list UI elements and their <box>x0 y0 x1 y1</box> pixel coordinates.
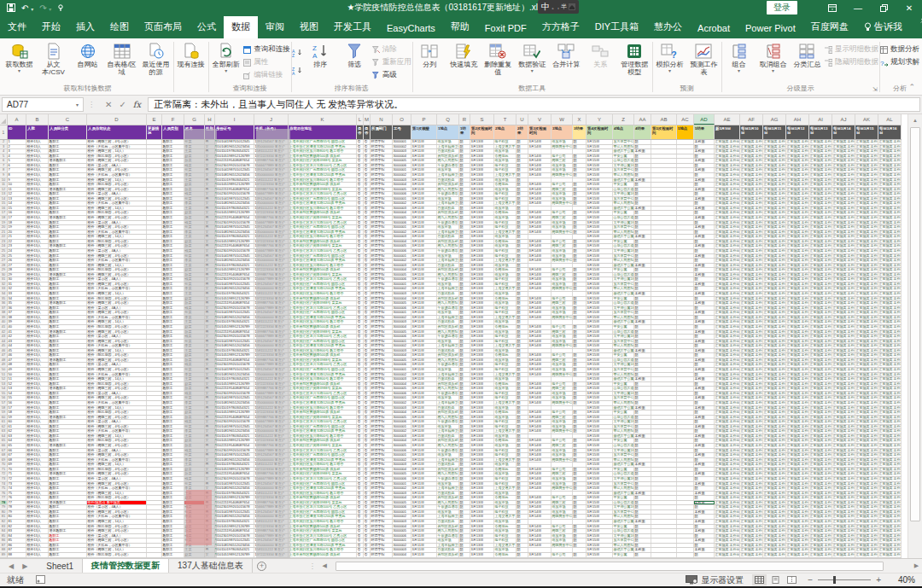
cell-U28[interactable]: 阴 <box>516 264 528 268</box>
cell-AE5[interactable]: 正常隔离 未外出 无异常 <box>715 154 740 159</box>
cell-AJ15[interactable]: 正常隔离 未外出 无异常 <box>832 201 855 206</box>
cell-AL71[interactable]: 正常隔离 未外出 无异常 <box>878 468 902 472</box>
cell-I40[interactable]: 310110197803054321 <box>215 320 254 324</box>
cell-D43[interactable]: 校外（某小区，4A人） <box>87 335 147 339</box>
cell-AJ67[interactable]: 正常隔离 未外出 无异常 <box>832 449 855 453</box>
cell-AD5[interactable]: 阴 <box>694 154 715 159</box>
cell-Y68[interactable]: 3月15日 <box>586 453 613 457</box>
cell-Y81[interactable]: 3月15日 <box>586 515 613 519</box>
dialog-launcher-icon[interactable]: ⇲ <box>872 86 878 93</box>
ribbon-tab-5[interactable]: 公式 <box>190 16 224 38</box>
cell-O7[interactable]: 3000006 <box>393 164 411 168</box>
cell-F68[interactable]: 教职工 <box>162 453 184 457</box>
cell-AI52[interactable]: 正常隔离 未外出 无异常 <box>809 377 832 381</box>
cell-L60[interactable]: 否 <box>357 416 364 420</box>
cell-AC81[interactable] <box>677 515 694 519</box>
sheet-tab-epidemic-data[interactable]: 疫情管控数据更新 <box>83 559 169 573</box>
cell-L5[interactable]: 否 <box>357 154 364 159</box>
cell-AB56[interactable] <box>651 396 677 400</box>
cell-P85[interactable]: 3月11日 <box>411 534 437 539</box>
header-cell-R[interactable]: 1结果 <box>459 125 470 139</box>
cell-R33[interactable]: 阴 <box>459 287 470 291</box>
cell-AE89[interactable]: 正常隔离 未外出 无异常 <box>715 553 740 557</box>
cell-T65[interactable]: 香梅花苑 <box>494 439 516 443</box>
cell-Y3[interactable]: 3月15日 <box>586 145 613 149</box>
cell-AE75[interactable]: 正常隔离 未外出 无异常 <box>715 486 740 491</box>
cell-AI67[interactable]: 正常隔离 未外出 无异常 <box>809 449 832 453</box>
cell-A65[interactable]: 64 <box>8 439 26 443</box>
cell-Y43[interactable]: 3月15日 <box>586 335 613 339</box>
cell-X80[interactable]: 阴 <box>573 510 586 515</box>
cell-AE56[interactable]: 正常隔离 未外出 无异常 <box>715 396 740 400</box>
cell-AA55[interactable]: 阴 <box>634 392 651 396</box>
cell-U32[interactable]: 阴 <box>516 282 528 287</box>
cell-D26[interactable]: 校外（梅陇三村，4号小区） <box>87 254 147 259</box>
cell-A84[interactable]: 83 <box>8 529 26 533</box>
cell-AC8[interactable] <box>677 168 694 172</box>
cell-AI55[interactable]: 正常隔离 未外出 无异常 <box>809 392 832 396</box>
cell-V19[interactable]: 3月14日 <box>528 221 551 225</box>
cell-AJ37[interactable]: 正常隔离 未外出 无异常 <box>832 306 855 311</box>
cell-AB11[interactable] <box>651 183 677 187</box>
zoom-level[interactable]: 40% <box>890 575 915 585</box>
cell-U17[interactable]: 阴 <box>516 211 528 215</box>
cell-T11[interactable]: 香梅花苑 <box>494 183 516 187</box>
cell-W15[interactable]: 梅陇商务中心 <box>551 201 573 206</box>
cell-W46[interactable] <box>551 349 573 353</box>
cell-K84[interactable]: 上海市闵行区沪闵路3988号 某某苑 <box>289 529 357 533</box>
cell-AI41[interactable]: 正常隔离 未外出 无异常 <box>809 325 832 329</box>
insert-function-icon[interactable]: fx <box>133 100 141 109</box>
cell-V12[interactable]: 3月14日 <box>528 188 551 192</box>
cell-AA68[interactable]: 阴 <box>634 453 651 457</box>
cell-X41[interactable]: 阴 <box>573 325 586 329</box>
cell-C45[interactable]: 教职工 <box>49 344 87 348</box>
cell-AL3[interactable]: 正常隔离 未外出 无异常 <box>878 145 902 149</box>
cell-W27[interactable]: 梅陇商务中心 <box>551 259 573 263</box>
cell-F86[interactable]: 教职工 <box>162 539 184 543</box>
cell-AI82[interactable]: 正常隔离 未外出 无异常 <box>809 520 832 524</box>
cell-A28[interactable]: 27 <box>8 264 26 268</box>
cell-AL66[interactable]: 正常隔离 未外出 无异常 <box>878 444 902 448</box>
cell-F80[interactable]: 教职工 <box>162 510 184 515</box>
cell-K57[interactable]: 上海市徐汇区漕溪北路1200弄 甲秀苑 <box>289 401 357 405</box>
cell-AI57[interactable]: 正常隔离 未外出 无异常 <box>809 401 832 405</box>
cell-V13[interactable]: 3月14日 <box>528 192 551 196</box>
cell-W52[interactable] <box>551 377 573 381</box>
cell-K35[interactable]: 上海市普陀区曹杨路500弄 俱乐部 <box>289 297 357 301</box>
cell-I84[interactable]: 310221195408087654 <box>215 529 254 533</box>
cell-AB86[interactable] <box>651 539 677 543</box>
cell-AA54[interactable]: 阴 <box>634 387 651 391</box>
cell-V53[interactable]: 3月14日 <box>528 382 551 387</box>
cell-AB13[interactable] <box>651 192 677 196</box>
cell-AB42[interactable] <box>651 330 677 335</box>
cell-F59[interactable]: 教职工 <box>162 410 184 415</box>
cell-T32[interactable]: 电子科技 <box>494 282 516 287</box>
cell-M23[interactable]: 否 <box>364 240 371 244</box>
cell-D40[interactable]: 校外（梅陇三村，14人） <box>87 320 147 324</box>
cell-AH12[interactable]: 正常隔离 未外出 无异常 <box>786 188 809 192</box>
cell-L32[interactable]: 否 <box>357 282 364 287</box>
cell-P63[interactable]: 3月11日 <box>411 429 437 434</box>
cell-AE21[interactable]: 正常隔离 未外出 无异常 <box>715 230 740 235</box>
cell-Q28[interactable]: 自测试剂盒 <box>437 264 459 268</box>
cell-T15[interactable]: 上海交通大学 <box>494 201 516 206</box>
cell-AL37[interactable]: 正常隔离 未外出 无异常 <box>878 306 902 311</box>
cell-W81[interactable]: 梅陇商务中心 <box>551 515 573 519</box>
cell-E47[interactable] <box>147 353 162 358</box>
cell-AL20[interactable]: 正常隔离 未外出 无异常 <box>878 225 902 230</box>
cell-S82[interactable]: 3月13日 <box>470 520 494 524</box>
cell-E84[interactable] <box>147 529 162 533</box>
cell-A79[interactable]: 78 <box>8 505 26 509</box>
cell-AF9[interactable]: 正常隔离 未外出 无异常 <box>740 173 763 178</box>
cell-B43[interactable]: 校外13人 <box>26 335 49 339</box>
cell-U50[interactable]: 阴 <box>516 368 528 372</box>
cell-AD3[interactable]: 阴 <box>694 145 715 149</box>
cell-AJ2[interactable]: 正常隔离 未外出 无异常 <box>832 140 855 144</box>
cell-AI23[interactable]: 正常隔离 未外出 无异常 <box>809 240 832 244</box>
cell-N31[interactable]: 环境学院 <box>371 277 393 282</box>
cell-O10[interactable]: 3000003 <box>393 178 411 183</box>
cell-T5[interactable]: 香梅花苑 <box>494 154 516 159</box>
cell-W5[interactable]: 电子公司 <box>551 154 573 159</box>
cell-AL6[interactable]: 正常隔离 未外出 无异常 <box>878 159 902 163</box>
cell-AE71[interactable]: 正常隔离 未外出 无异常 <box>715 468 740 472</box>
